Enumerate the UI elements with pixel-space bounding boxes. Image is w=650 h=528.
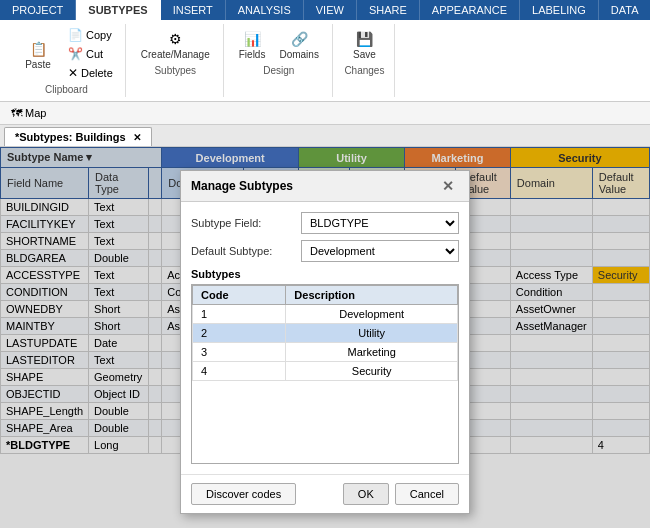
description-column-header: Description (286, 286, 458, 305)
clipboard-group: 📋 Paste 📄 Copy ✂️ Cut ✕ Delete (8, 24, 126, 97)
ok-button[interactable]: OK (343, 483, 389, 505)
subtype-field-label: Subtype Field: (191, 217, 301, 229)
subtypes-group-label: Subtypes (154, 65, 196, 76)
delete-button[interactable]: ✕ Delete (64, 64, 117, 82)
close-icon[interactable]: ✕ (133, 132, 141, 143)
cut-icon: ✂️ (68, 47, 83, 61)
domains-label: Domains (279, 49, 318, 60)
default-subtype-select[interactable]: Development (301, 240, 459, 262)
map-label: Map (25, 107, 46, 119)
tab-appearance[interactable]: APPEARANCE (420, 0, 520, 20)
dialog-title-bar: Manage Subtypes ✕ (181, 171, 469, 202)
tab-labeling[interactable]: LABELING (520, 0, 599, 20)
paste-button[interactable]: 📋 Paste (16, 36, 60, 73)
main-area: Subtype Name ▾ Development Utility Marke… (0, 147, 650, 528)
tab-data[interactable]: DATA (599, 0, 650, 20)
toolbar-bar: 🗺 Map (0, 102, 650, 125)
subtype-field-select[interactable]: BLDGTYPE (301, 212, 459, 234)
manage-subtypes-dialog: Manage Subtypes ✕ Subtype Field: BLDGTYP… (180, 170, 470, 514)
ribbon-tab-bar: PROJECT SUBTYPES INSERT ANALYSIS VIEW SH… (0, 0, 650, 20)
fields-button[interactable]: 📊 Fields (234, 26, 271, 63)
create-manage-button[interactable]: ⚙ Create/Manage (136, 26, 215, 63)
create-manage-icon: ⚙ (165, 29, 185, 49)
delete-icon: ✕ (68, 66, 78, 80)
fields-icon: 📊 (242, 29, 262, 49)
dialog-title-text: Manage Subtypes (191, 179, 293, 193)
subtypes-table: Code Description 1 Development 2 U (192, 285, 458, 381)
cancel-button[interactable]: Cancel (395, 483, 459, 505)
subtype-row[interactable]: 1 Development (193, 305, 458, 324)
tab-project[interactable]: PROJECT (0, 0, 76, 20)
subtype-field-row: Subtype Field: BLDGTYPE (191, 212, 459, 234)
tab-subtypes[interactable]: SUBTYPES (76, 0, 160, 20)
subtypes-group: ⚙ Create/Manage Subtypes (128, 24, 224, 97)
subtypes-section-label: Subtypes (191, 268, 459, 280)
discover-codes-button[interactable]: Discover codes (191, 483, 296, 505)
buildings-tab[interactable]: *Subtypes: Buildings ✕ (4, 127, 152, 146)
domains-button[interactable]: 🔗 Domains (274, 26, 323, 63)
create-manage-label: Create/Manage (141, 49, 210, 60)
save-icon: 💾 (354, 29, 374, 49)
fields-label: Fields (239, 49, 266, 60)
domains-icon: 🔗 (289, 29, 309, 49)
design-group-label: Design (263, 65, 294, 76)
dialog-overlay: Manage Subtypes ✕ Subtype Field: BLDGTYP… (0, 147, 650, 528)
copy-icon: 📄 (68, 28, 83, 42)
map-toolbar-item[interactable]: 🗺 Map (4, 104, 53, 122)
ribbon-content: 📋 Paste 📄 Copy ✂️ Cut ✕ Delete (0, 20, 650, 101)
save-label: Save (353, 49, 376, 60)
tabs-row: *Subtypes: Buildings ✕ (0, 125, 650, 147)
ribbon: PROJECT SUBTYPES INSERT ANALYSIS VIEW SH… (0, 0, 650, 102)
clipboard-group-label: Clipboard (45, 84, 88, 95)
subtypes-header-row: Code Description (193, 286, 458, 305)
copy-button[interactable]: 📄 Copy (64, 26, 117, 44)
paste-icon: 📋 (28, 39, 48, 59)
changes-group-label: Changes (344, 65, 384, 76)
subtype-row[interactable]: 4 Security (193, 362, 458, 381)
paste-label: Paste (25, 59, 51, 70)
tab-analysis[interactable]: ANALYSIS (226, 0, 304, 20)
default-subtype-row: Default Subtype: Development (191, 240, 459, 262)
dialog-body: Subtype Field: BLDGTYPE Default Subtype:… (181, 202, 469, 474)
changes-group: 💾 Save Changes (335, 24, 395, 97)
copy-label: Copy (86, 29, 112, 41)
cut-label: Cut (86, 48, 103, 60)
subtype-row[interactable]: 3 Marketing (193, 343, 458, 362)
delete-label: Delete (81, 67, 113, 79)
subtypes-table-container[interactable]: Code Description 1 Development 2 U (191, 284, 459, 464)
map-icon: 🗺 (11, 107, 22, 119)
code-column-header: Code (193, 286, 286, 305)
tab-share[interactable]: SHARE (357, 0, 420, 20)
subtype-row[interactable]: 2 Utility (193, 324, 458, 343)
tab-insert[interactable]: INSERT (161, 0, 226, 20)
design-group: 📊 Fields 🔗 Domains Design (226, 24, 333, 97)
save-button[interactable]: 💾 Save (346, 26, 382, 63)
dialog-footer: Discover codes OK Cancel (181, 474, 469, 513)
default-subtype-label: Default Subtype: (191, 245, 301, 257)
dialog-close-button[interactable]: ✕ (437, 177, 459, 195)
tab-view[interactable]: VIEW (304, 0, 357, 20)
buildings-tab-label: *Subtypes: Buildings (15, 131, 126, 143)
cut-button[interactable]: ✂️ Cut (64, 45, 117, 63)
